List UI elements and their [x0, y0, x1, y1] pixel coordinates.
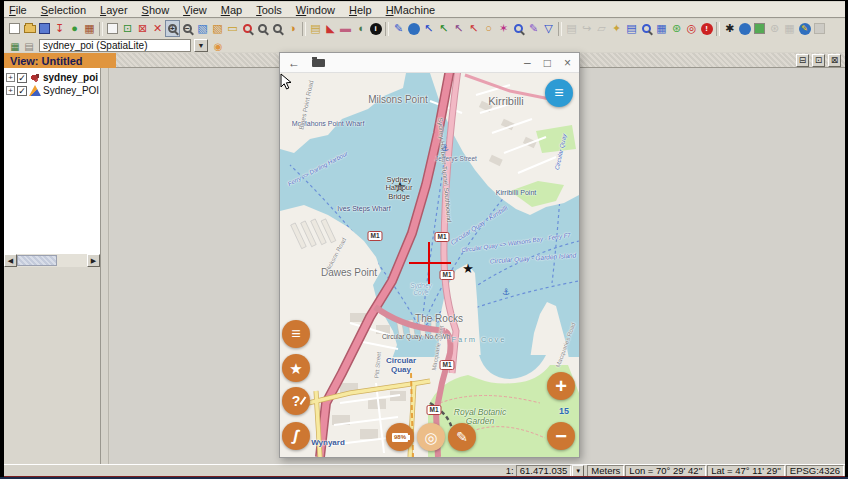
zoom-out-button[interactable]: − [547, 422, 575, 450]
flower-icon[interactable]: ✶ [496, 20, 511, 37]
scale-dropdown-icon[interactable]: ▼ [572, 465, 584, 477]
filter-icon[interactable]: ▽ [541, 20, 556, 37]
alert-icon[interactable]: ! [699, 20, 714, 37]
back-icon[interactable]: ← [288, 57, 300, 69]
select-parts-icon[interactable]: ↖ [451, 20, 466, 37]
pan-hand-icon[interactable] [105, 20, 120, 37]
scroll-left-icon[interactable]: ◀ [4, 254, 17, 267]
image-frame-icon[interactable]: ▭ [225, 20, 240, 37]
ring-icon[interactable]: ○ [481, 20, 496, 37]
menu-item-layer[interactable]: Layer [100, 4, 128, 16]
mouse-cursor-icon [280, 73, 292, 91]
expand-icon[interactable]: + [6, 73, 15, 82]
zoom-in-button[interactable]: + [547, 372, 575, 400]
history-icon[interactable]: ◑ [285, 20, 300, 37]
print-icon[interactable]: ▬ [338, 20, 353, 37]
tree-horizontal-scrollbar[interactable]: ◀ ▶ [4, 254, 101, 267]
palette-icon[interactable]: ✦ [609, 20, 624, 37]
leaf-icon[interactable]: ◖ [353, 20, 368, 37]
copy-style-icon[interactable]: ▤ [22, 41, 36, 53]
brush-icon[interactable]: ✎ [526, 20, 541, 37]
maximize-icon[interactable]: □ [544, 57, 551, 69]
zoom-window-icon[interactable]: ⊡ [120, 20, 135, 37]
scroll-right-icon[interactable]: ▶ [87, 254, 100, 267]
menu-item-view[interactable]: View [183, 4, 207, 16]
attribute-table-icon[interactable]: ▤ [308, 20, 323, 37]
center-on-gps-button[interactable]: ◎ [417, 423, 445, 451]
bookmarks-button[interactable]: ★ [282, 354, 310, 382]
save-icon[interactable] [37, 20, 52, 37]
target-icon[interactable]: ◎ [684, 20, 699, 37]
gps-track-button[interactable]: ʃ [282, 422, 310, 450]
globe-icon[interactable] [406, 20, 421, 37]
menu-item-file[interactable]: File [9, 4, 27, 16]
layers-icon[interactable]: ▧ [195, 20, 210, 37]
frame-maximize-icon[interactable]: ⊡ [812, 54, 825, 67]
pin-icon[interactable]: ↧ [52, 20, 67, 37]
box-icon[interactable]: ▦ [82, 20, 97, 37]
tools-icon[interactable]: ✱ [722, 20, 737, 37]
globe-edit-icon[interactable]: ✎ [797, 20, 812, 37]
world-icon[interactable] [737, 20, 752, 37]
menu-item-map[interactable]: Map [221, 4, 242, 16]
layer-checkbox[interactable]: ✓ [17, 86, 27, 96]
zoom-extent-icon[interactable]: ✕ [150, 20, 165, 37]
menu-item-tools[interactable]: Tools [256, 4, 282, 16]
globe-green-icon[interactable]: ● [67, 20, 82, 37]
editing-icon[interactable]: ▦ [8, 41, 22, 53]
plus-icon: + [555, 376, 567, 396]
ruler-icon[interactable]: ◣ [323, 20, 338, 37]
gear-green-icon[interactable]: ⊛ [669, 20, 684, 37]
doc-search-icon[interactable] [639, 20, 654, 37]
zoom-previous-icon[interactable] [255, 20, 270, 37]
new-file-icon[interactable] [7, 20, 22, 37]
longitude-field: Lon = 70° 29' 42'' [625, 465, 706, 477]
doc-icon[interactable]: ▤ [624, 20, 639, 37]
move-vertex-icon[interactable]: ↖ [466, 20, 481, 37]
map-options-button[interactable]: ≡ [545, 79, 573, 107]
map-window-titlebar[interactable]: ← – □ × [280, 53, 579, 73]
zoom-next-icon[interactable] [270, 20, 285, 37]
zoom-in-icon[interactable]: + [165, 20, 180, 37]
scrollbar-thumb[interactable] [17, 255, 57, 266]
image-green-icon[interactable] [752, 20, 767, 37]
menu-item-selection[interactable]: Selection [41, 4, 86, 16]
grid-gray-icon[interactable]: ▦ [782, 20, 797, 37]
panel-splitter[interactable] [102, 68, 109, 464]
folder-icon[interactable] [312, 59, 325, 67]
minimize-icon[interactable]: – [524, 57, 531, 69]
close-icon[interactable]: × [564, 57, 571, 69]
menu-item-help[interactable]: Help [349, 4, 372, 16]
menu-item-show[interactable]: Show [142, 4, 170, 16]
open-folder-icon[interactable] [22, 20, 37, 37]
image-gray-icon[interactable] [812, 20, 827, 37]
copy-icon[interactable]: ▤ [564, 20, 579, 37]
frame-minimize-icon[interactable]: ⊟ [796, 54, 809, 67]
battery-button[interactable]: 98% [386, 423, 414, 451]
select-arrow-icon[interactable]: ↖ [421, 20, 436, 37]
map-overlay-icon[interactable]: ▧ [210, 20, 225, 37]
map-menu-button[interactable]: ≡ [282, 320, 310, 348]
zoom-out-icon[interactable]: − [180, 20, 195, 37]
query-button[interactable]: ? [282, 387, 310, 415]
menu-item-window[interactable]: Window [296, 4, 335, 16]
gear-gray-icon[interactable]: ⊛ [767, 20, 782, 37]
map-canvas[interactable]: Milsons PointKirribilliMcMahons Point Wh… [280, 73, 579, 457]
layer-combo[interactable]: sydney_poi (SpatiaLite) [39, 39, 191, 52]
zoom-selected-icon[interactable] [240, 20, 255, 37]
zoom-realtime-icon[interactable]: ⊠ [135, 20, 150, 37]
search-icon[interactable] [511, 20, 526, 37]
paste-icon[interactable]: ↪ [579, 20, 594, 37]
menu-item-hmachine[interactable]: HMachine [386, 4, 436, 16]
expand-icon[interactable]: + [6, 86, 15, 95]
layer-checkbox[interactable]: ✓ [17, 73, 27, 83]
style-icon[interactable]: ◉ [211, 41, 225, 53]
info-icon[interactable]: i [368, 20, 383, 37]
frame-close-icon[interactable]: ⊠ [828, 54, 841, 67]
chart-icon[interactable]: ▱ [594, 20, 609, 37]
edit-notes-button[interactable]: ✎ [448, 423, 476, 451]
combo-arrow-button[interactable]: ▼ [194, 39, 208, 52]
grid-blue-icon[interactable]: ▦ [654, 20, 669, 37]
select-features-icon[interactable]: ↖ [436, 20, 451, 37]
pencil-icon[interactable]: ✎ [391, 20, 406, 37]
